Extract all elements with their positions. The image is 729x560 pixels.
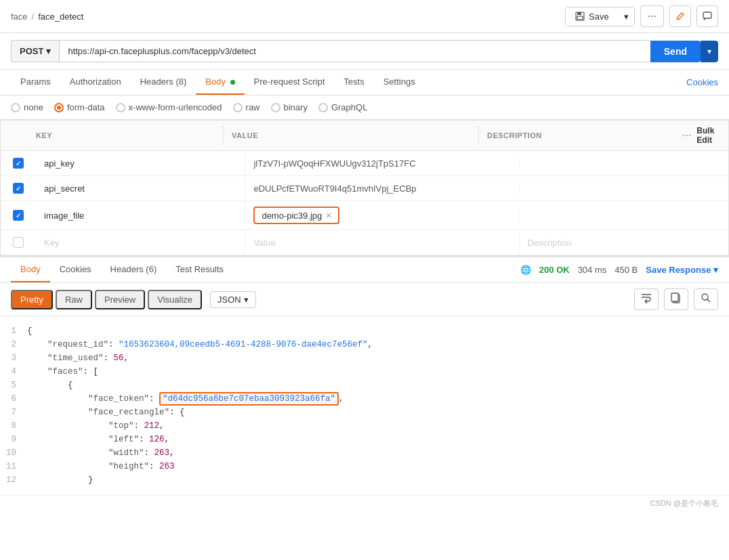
status-code: 200 OK <box>539 265 570 275</box>
format-dropdown-icon: ▾ <box>244 295 249 305</box>
tab-cookies[interactable]: Cookies <box>686 70 718 94</box>
resp-tab-body[interactable]: Body <box>11 257 50 282</box>
tab-body[interactable]: Body <box>196 70 244 95</box>
fmt-tab-raw[interactable]: Raw <box>56 290 92 309</box>
line-content-5: { <box>27 379 729 392</box>
table-more-icon[interactable]: ··· <box>682 129 691 142</box>
checkbox-2[interactable] <box>13 183 24 194</box>
line-content-4: "faces": [ <box>27 365 729 379</box>
code-line-7: 7 "face_rectangle": { <box>0 406 729 419</box>
tab-pre-request-script[interactable]: Pre-request Script <box>245 70 335 95</box>
wrap-lines-button[interactable] <box>634 288 659 310</box>
file-badge[interactable]: demo-pic39.jpg × <box>253 207 339 224</box>
code-line-12: 12 } <box>0 473 729 487</box>
tab-params[interactable]: Params <box>11 70 60 95</box>
row-value-empty[interactable]: Value <box>245 232 518 253</box>
resp-tab-cookies[interactable]: Cookies <box>50 257 101 282</box>
tab-tests[interactable]: Tests <box>334 70 373 95</box>
copy-button[interactable] <box>664 288 688 310</box>
breadcrumb-parent[interactable]: face <box>11 12 28 22</box>
method-dropdown-icon: ▾ <box>46 46 51 56</box>
resp-tab-headers[interactable]: Headers (6) <box>101 257 167 282</box>
format-select[interactable]: JSON ▾ <box>210 291 256 308</box>
bulk-edit-button[interactable]: Bulk Edit <box>696 126 720 145</box>
checkbox-1[interactable] <box>13 158 24 169</box>
col-value-header: VALUE <box>223 126 478 145</box>
fmt-tab-preview[interactable]: Preview <box>95 290 145 309</box>
radio-binary[interactable]: binary <box>271 102 308 112</box>
row-value-2[interactable]: eDULPcfETWuoRT9I4q51mvhIVpj_ECBp <box>245 178 518 199</box>
tab-settings[interactable]: Settings <box>374 70 425 95</box>
row-desc-3 <box>519 210 728 221</box>
code-line-8: 8 "top": 212, <box>0 419 729 433</box>
radio-urlencoded[interactable]: x-www-form-urlencoded <box>116 102 222 112</box>
send-dropdown[interactable]: ▾ <box>701 41 718 62</box>
svg-rect-3 <box>703 12 711 18</box>
tab-headers[interactable]: Headers (8) <box>131 70 196 95</box>
radio-graphql-label: GraphQL <box>331 102 367 112</box>
body-type-selector: none form-data x-www-form-urlencoded raw… <box>0 95 729 120</box>
edit-icon-button[interactable] <box>669 5 691 27</box>
top-actions: Save ▾ ··· <box>565 5 718 27</box>
file-remove-icon[interactable]: × <box>326 210 331 221</box>
line-num-5: 5 <box>0 379 27 392</box>
col-desc-header: DESCRIPTION <box>478 126 674 145</box>
line-content-2: "request_id": "1653623604,09ceedb5-4691-… <box>27 338 729 351</box>
row-value-file[interactable]: demo-pic39.jpg × <box>245 201 518 230</box>
row-key-3[interactable]: image_file <box>36 205 245 226</box>
method-label: POST <box>20 46 43 56</box>
code-line-6: 6 "face_token": "d64dc956a6be7c07ebaa309… <box>0 392 729 406</box>
row-checkbox-3[interactable] <box>1 203 36 228</box>
tab-authorization[interactable]: Authorization <box>60 70 131 95</box>
row-key-2[interactable]: api_secret <box>36 178 245 199</box>
line-content-6: "face_token": "d64dc956a6be7c07ebaa30939… <box>27 392 729 406</box>
more-options-button[interactable]: ··· <box>640 5 664 27</box>
url-input[interactable] <box>59 40 650 62</box>
code-line-2: 2 "request_id": "1653623604,09ceedb5-469… <box>0 338 729 351</box>
save-button[interactable]: Save <box>566 7 619 26</box>
top-bar: face / face_detect Save ▾ ··· <box>0 0 729 33</box>
save-dropdown[interactable]: ▾ <box>619 7 634 26</box>
row-checkbox-2[interactable] <box>1 176 36 200</box>
radio-form-data[interactable]: form-data <box>54 102 105 112</box>
row-key-1[interactable]: api_key <box>36 153 245 174</box>
radio-none-dot <box>11 103 20 112</box>
search-icon <box>700 292 712 304</box>
search-button[interactable] <box>694 288 718 310</box>
send-button[interactable]: Send <box>650 41 701 62</box>
breadcrumb: face / face_detect <box>11 12 83 22</box>
format-actions <box>634 288 718 310</box>
globe-icon: 🌐 <box>520 265 531 275</box>
save-button-group[interactable]: Save ▾ <box>565 7 635 26</box>
line-num-7: 7 <box>0 406 27 419</box>
row-value-1[interactable]: jlTzV7I-pWQoqHFXWUUgv312jTpS17FC <box>245 153 518 174</box>
line-content-11: "height": 263 <box>27 460 729 473</box>
response-tabs: Body Cookies Headers (6) Test Results 🌐 … <box>0 257 729 283</box>
svg-rect-5 <box>671 293 678 301</box>
response-size: 450 B <box>615 265 638 275</box>
svg-rect-1 <box>577 12 581 15</box>
radio-none-label: none <box>24 102 43 112</box>
resp-tab-test-results[interactable]: Test Results <box>166 257 233 282</box>
line-num-1: 1 <box>0 324 27 338</box>
radio-raw[interactable]: raw <box>233 102 260 112</box>
radio-form-data-label: form-data <box>67 102 105 112</box>
checkbox-3[interactable] <box>13 210 24 221</box>
radio-graphql[interactable]: GraphQL <box>318 102 367 112</box>
method-select[interactable]: POST ▾ <box>11 40 59 62</box>
fmt-tab-pretty[interactable]: Pretty <box>11 290 53 309</box>
save-response-button[interactable]: Save Response ▾ <box>646 265 718 275</box>
row-desc-2 <box>519 183 728 194</box>
radio-none[interactable]: none <box>11 102 43 112</box>
copy-icon <box>670 292 682 304</box>
comment-icon-button[interactable] <box>696 5 718 27</box>
row-key-empty[interactable]: Key <box>36 232 245 253</box>
fmt-tab-visualize[interactable]: Visualize <box>148 290 202 309</box>
line-num-10: 10 <box>0 446 27 460</box>
response-time: 304 ms <box>578 265 607 275</box>
line-num-11: 11 <box>0 460 27 473</box>
line-num-8: 8 <box>0 419 27 433</box>
url-bar: POST ▾ Send ▾ <box>0 33 729 70</box>
table-header: KEY VALUE DESCRIPTION ··· Bulk Edit <box>1 121 728 151</box>
row-checkbox-1[interactable] <box>1 151 36 175</box>
